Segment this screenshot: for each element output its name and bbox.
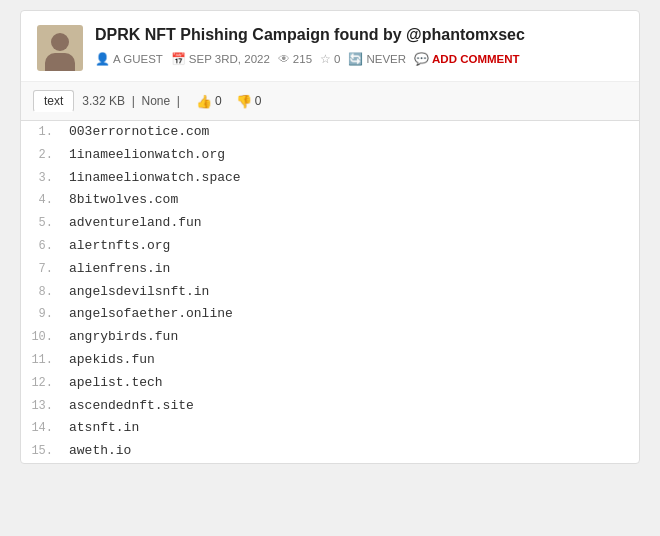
line-number: 11.	[21, 351, 63, 370]
table-row: 1.003errornotice.com	[21, 121, 639, 144]
meta-votes: ☆ 0	[320, 52, 340, 66]
line-content: alertnfts.org	[63, 236, 170, 257]
line-content: apelist.tech	[63, 373, 163, 394]
line-content: angelsofaether.online	[63, 304, 233, 325]
eye-icon: 👁	[278, 52, 290, 66]
line-content: apekids.fun	[63, 350, 155, 371]
toolbar: text 3.32 KB | None | 0 0	[21, 82, 639, 121]
line-content: angrybirds.fun	[63, 327, 178, 348]
table-row: 5.adventureland.fun	[21, 212, 639, 235]
line-number: 6.	[21, 237, 63, 256]
downvote-button[interactable]: 0	[232, 92, 266, 111]
table-row: 7.alienfrens.in	[21, 258, 639, 281]
table-row: 15.aweth.io	[21, 440, 639, 463]
line-number: 14.	[21, 419, 63, 438]
updated-label: NEVER	[366, 53, 406, 65]
thumbs-up-icon	[196, 94, 212, 109]
vote-count: 0	[334, 53, 340, 65]
view-count: 215	[293, 53, 312, 65]
header-content: DPRK NFT Phishing Campaign found by @pha…	[95, 25, 623, 66]
line-content: adventureland.fun	[63, 213, 202, 234]
line-number: 1.	[21, 123, 63, 142]
meta-views: 👁 215	[278, 52, 312, 66]
refresh-icon: 🔄	[348, 52, 363, 66]
line-content: ascendednft.site	[63, 396, 194, 417]
line-number: 13.	[21, 397, 63, 416]
line-number: 5.	[21, 214, 63, 233]
star-icon: ☆	[320, 52, 331, 66]
line-number: 12.	[21, 374, 63, 393]
line-number: 9.	[21, 305, 63, 324]
line-content: alienfrens.in	[63, 259, 170, 280]
text-tab[interactable]: text	[33, 90, 74, 112]
table-row: 9.angelsofaether.online	[21, 303, 639, 326]
table-row: 2.1inameelionwatch.org	[21, 144, 639, 167]
user-icon: 👤	[95, 52, 110, 66]
upvote-count: 0	[215, 94, 222, 108]
calendar-icon: 📅	[171, 52, 186, 66]
table-row: 3.1inameelionwatch.space	[21, 167, 639, 190]
line-number: 15.	[21, 442, 63, 461]
line-number: 8.	[21, 283, 63, 302]
avatar	[37, 25, 83, 71]
file-size: 3.32 KB | None |	[82, 94, 180, 108]
code-view: 1.003errornotice.com2.1inameelionwatch.o…	[21, 121, 639, 463]
meta-comment: 💬 ADD COMMENT	[414, 52, 520, 66]
upvote-button[interactable]: 0	[192, 92, 226, 111]
table-row: 6.alertnfts.org	[21, 235, 639, 258]
post-title: DPRK NFT Phishing Campaign found by @pha…	[95, 25, 623, 46]
line-content: 8bitwolves.com	[63, 190, 178, 211]
line-content: angelsdevilsnft.in	[63, 282, 209, 303]
line-content: 1inameelionwatch.org	[63, 145, 225, 166]
line-number: 10.	[21, 328, 63, 347]
add-comment-button[interactable]: ADD COMMENT	[432, 53, 520, 65]
main-card: DPRK NFT Phishing Campaign found by @pha…	[20, 10, 640, 464]
meta-row: 👤 A GUEST 📅 SEP 3RD, 2022 👁 215 ☆ 0 🔄	[95, 52, 623, 66]
table-row: 12.apelist.tech	[21, 372, 639, 395]
line-number: 7.	[21, 260, 63, 279]
table-row: 4.8bitwolves.com	[21, 189, 639, 212]
post-date: SEP 3RD, 2022	[189, 53, 270, 65]
table-row: 10.angrybirds.fun	[21, 326, 639, 349]
line-number: 4.	[21, 191, 63, 210]
table-row: 8.angelsdevilsnft.in	[21, 281, 639, 304]
table-row: 14.atsnft.in	[21, 417, 639, 440]
meta-updated: 🔄 NEVER	[348, 52, 406, 66]
downvote-count: 0	[255, 94, 262, 108]
meta-date: 📅 SEP 3RD, 2022	[171, 52, 270, 66]
line-number: 3.	[21, 169, 63, 188]
post-header: DPRK NFT Phishing Campaign found by @pha…	[21, 11, 639, 82]
line-number: 2.	[21, 146, 63, 165]
line-content: aweth.io	[63, 441, 131, 462]
thumbs-down-icon	[236, 94, 252, 109]
line-content: atsnft.in	[63, 418, 139, 439]
line-content: 003errornotice.com	[63, 122, 209, 143]
line-content: 1inameelionwatch.space	[63, 168, 241, 189]
vote-section: 0 0	[192, 92, 265, 111]
table-row: 11.apekids.fun	[21, 349, 639, 372]
author-name: A GUEST	[113, 53, 163, 65]
meta-author: 👤 A GUEST	[95, 52, 163, 66]
comment-icon: 💬	[414, 52, 429, 66]
table-row: 13.ascendednft.site	[21, 395, 639, 418]
